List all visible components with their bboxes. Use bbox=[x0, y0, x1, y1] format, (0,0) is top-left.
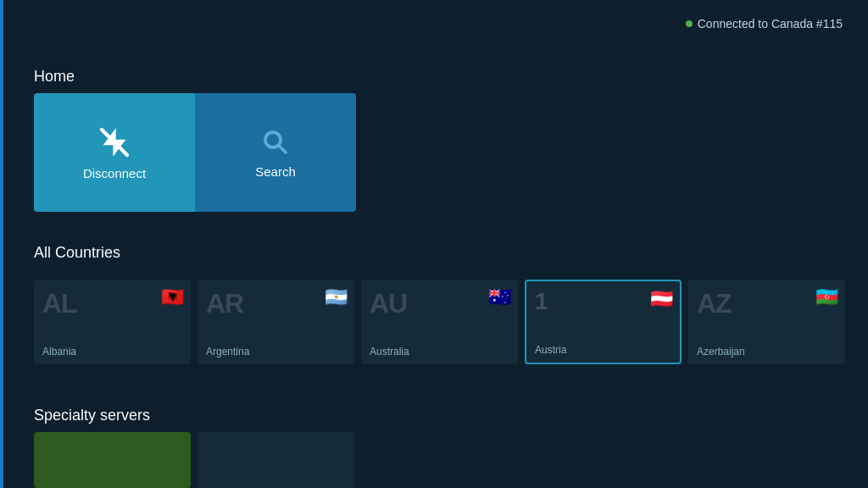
country-flag-argentina: 🇦🇷 bbox=[325, 286, 348, 308]
status-dot bbox=[686, 20, 693, 27]
disconnect-label: Disconnect bbox=[83, 166, 146, 180]
country-name-azerbaijan: Azerbaijan bbox=[697, 346, 745, 358]
country-abbr-albania: AL bbox=[42, 288, 77, 319]
disconnect-card[interactable]: Disconnect bbox=[34, 93, 195, 212]
home-section-label: Home bbox=[34, 68, 75, 86]
country-card-azerbaijan[interactable]: AZ 🇦🇿 Azerbaijan bbox=[688, 280, 845, 364]
svg-line-2 bbox=[279, 145, 286, 152]
search-icon bbox=[260, 127, 291, 158]
specialty-card-1[interactable] bbox=[34, 432, 191, 488]
search-card[interactable]: Search bbox=[195, 93, 356, 212]
country-flag-austria: 🇦🇹 bbox=[650, 288, 673, 310]
country-card-argentina[interactable]: AR 🇦🇷 Argentina bbox=[198, 280, 354, 364]
country-abbr-azerbaijan: AZ bbox=[697, 288, 732, 319]
country-name-argentina: Argentina bbox=[206, 346, 249, 358]
specialty-card-2[interactable] bbox=[198, 432, 354, 488]
country-abbr-austria: 1 bbox=[535, 288, 548, 315]
action-cards-row: Disconnect Search bbox=[34, 93, 356, 212]
country-card-australia[interactable]: AU 🇦🇺 Australia bbox=[361, 280, 518, 364]
country-flag-australia: 🇦🇺 bbox=[488, 286, 511, 308]
country-card-albania[interactable]: AL 🇦🇱 Albania bbox=[34, 280, 191, 364]
specialty-servers-label: Specialty servers bbox=[34, 407, 150, 424]
country-name-austria: Austria bbox=[535, 344, 566, 356]
country-name-australia: Australia bbox=[370, 346, 409, 358]
left-accent-bar bbox=[0, 0, 3, 488]
status-text: Connected to Canada #115 bbox=[698, 17, 843, 30]
country-abbr-australia: AU bbox=[370, 288, 407, 319]
disconnect-icon bbox=[97, 125, 131, 159]
country-abbr-argentina: AR bbox=[206, 288, 243, 319]
country-flag-albania: 🇦🇱 bbox=[161, 286, 184, 308]
country-cards-row: AL 🇦🇱 Albania AR 🇦🇷 Argentina AU 🇦🇺 Aust… bbox=[34, 280, 845, 364]
country-card-austria[interactable]: 1 🇦🇹 Austria bbox=[525, 280, 682, 364]
country-flag-azerbaijan: 🇦🇿 bbox=[815, 286, 838, 308]
search-label: Search bbox=[255, 164, 296, 179]
country-name-albania: Albania bbox=[42, 346, 76, 358]
connection-status: Connected to Canada #115 bbox=[686, 17, 843, 30]
specialty-cards-row bbox=[34, 432, 354, 488]
all-countries-section-label: All Countries bbox=[34, 244, 120, 262]
